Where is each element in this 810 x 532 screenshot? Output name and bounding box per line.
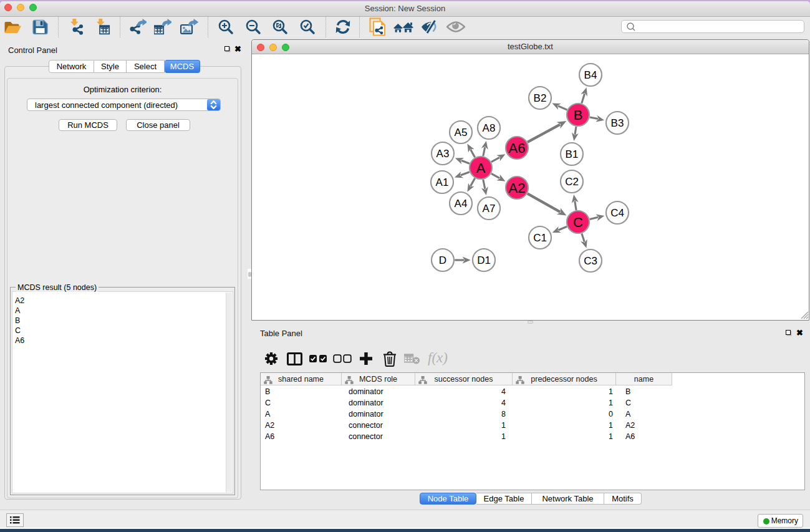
svg-text:C: C xyxy=(573,215,583,230)
svg-text:A: A xyxy=(476,160,486,176)
svg-text:B2: B2 xyxy=(534,92,547,104)
svg-text:C1: C1 xyxy=(533,232,547,244)
svg-text:A5: A5 xyxy=(455,127,468,138)
svg-text:B4: B4 xyxy=(584,69,597,81)
svg-text:C2: C2 xyxy=(565,176,579,188)
svg-text:D: D xyxy=(439,254,446,266)
svg-text:B1: B1 xyxy=(566,148,579,160)
svg-text:C3: C3 xyxy=(584,255,597,267)
svg-text:D1: D1 xyxy=(477,254,491,266)
svg-text:A8: A8 xyxy=(483,122,496,134)
svg-text:A6: A6 xyxy=(509,140,526,156)
svg-text:B3: B3 xyxy=(611,117,624,129)
svg-text:A4: A4 xyxy=(455,198,468,210)
svg-text:C4: C4 xyxy=(610,207,624,219)
svg-text:B: B xyxy=(574,107,583,123)
svg-text:A3: A3 xyxy=(436,148,450,160)
svg-text:A1: A1 xyxy=(436,177,449,188)
svg-text:A7: A7 xyxy=(483,203,496,215)
svg-text:A2: A2 xyxy=(509,180,526,196)
